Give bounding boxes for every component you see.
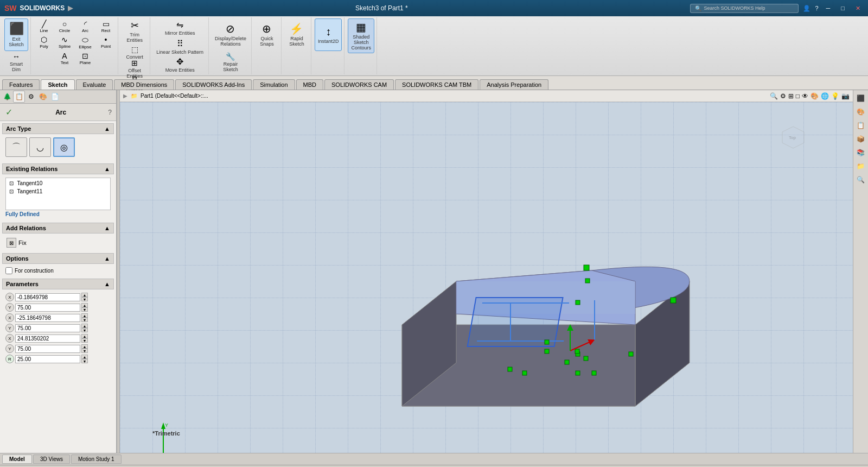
fix-relation-item[interactable]: ⊠ Fix: [5, 237, 111, 249]
exit-sketch-button[interactable]: ⬛ ExitSketch: [4, 18, 28, 51]
search-bar[interactable]: 🔍 Search SOLIDWORKS Help: [690, 4, 799, 13]
param-y2-input[interactable]: [15, 324, 80, 332]
rapid-sketch-button[interactable]: ⚡ RapidSketch: [285, 18, 309, 51]
point-button[interactable]: • Point: [96, 34, 116, 50]
display-style-icon[interactable]: □: [796, 92, 800, 100]
for-construction-row[interactable]: For construction: [5, 267, 111, 274]
existing-relations-header[interactable]: Existing Relations ▲: [2, 163, 114, 174]
model-tab[interactable]: Model: [2, 455, 32, 464]
tab-sketch[interactable]: Sketch: [41, 79, 74, 90]
param-r-down[interactable]: ▼: [81, 359, 88, 363]
design-library-button[interactable]: 📚: [855, 147, 867, 159]
tab-evaluate[interactable]: Evaluate: [76, 79, 113, 90]
custom-props-button[interactable]: 📋: [855, 119, 867, 131]
polygon-button[interactable]: ⬡ Poly: [34, 34, 54, 50]
for-construction-checkbox[interactable]: [5, 267, 12, 274]
confirm-button[interactable]: ✓: [4, 106, 14, 118]
orientation-cube[interactable]: Top: [777, 118, 809, 151]
panel-help-button[interactable]: ?: [108, 109, 112, 116]
custom-props-tab[interactable]: 📄: [49, 91, 61, 103]
canvas-viewport[interactable]: ▶ 📁 Part1 (Default<<Default>::... 🔍 ⚙ ⊞ …: [120, 90, 853, 453]
tab-solidworks-cam[interactable]: SOLIDWORKS CAM: [324, 79, 394, 90]
tab-analysis[interactable]: Analysis Preparation: [480, 79, 548, 90]
motion-study-tab[interactable]: Motion Study 1: [71, 455, 122, 464]
param-x2-up[interactable]: ▲: [81, 313, 88, 318]
arc-type-section-header[interactable]: Arc Type ▲: [2, 123, 114, 134]
search-button[interactable]: 🔍: [855, 174, 867, 186]
move-entities-button[interactable]: ✥ Move Entities: [163, 56, 197, 73]
param-x3-up[interactable]: ▲: [81, 334, 88, 338]
arc-centerpoint-button[interactable]: ◎: [53, 137, 75, 157]
tab-mbd-dimensions[interactable]: MBD Dimensions: [114, 79, 174, 90]
tab-addins[interactable]: SOLIDWORKS Add-Ins: [175, 79, 252, 90]
arc-tangent-button[interactable]: ◡: [29, 137, 51, 157]
shaded-contours-button[interactable]: ▦ ShadedSketchContours: [348, 18, 374, 53]
camera-icon[interactable]: 📷: [841, 92, 850, 100]
smart-dimension-button[interactable]: ↔ SmartDim: [4, 51, 28, 73]
configuration-tab[interactable]: ⚙: [25, 91, 37, 103]
appearance-tab[interactable]: 🎨: [37, 91, 49, 103]
spline-button[interactable]: ∿ Spline: [55, 34, 74, 50]
tab-solidworks-cam-tbm[interactable]: SOLIDWORKS CAM TBM: [395, 79, 478, 90]
view-settings-icon[interactable]: ⚙: [780, 92, 786, 100]
display-delete-button[interactable]: ⊘ Display/DeleteRelations: [212, 18, 249, 51]
instant2d-button[interactable]: ↕ Instant2D: [315, 18, 342, 51]
param-y2-down[interactable]: ▼: [81, 328, 88, 332]
section-view-icon[interactable]: ⊞: [788, 92, 794, 100]
question-icon[interactable]: ?: [815, 5, 818, 11]
param-y1-up[interactable]: ▲: [81, 303, 88, 307]
arc-button[interactable]: ◜ Arc: [75, 18, 95, 34]
param-x2-input[interactable]: [15, 314, 80, 322]
param-y1-input[interactable]: [15, 304, 80, 312]
view-orient-icon[interactable]: 🔍: [770, 92, 778, 100]
canvas-3d-viewport[interactable]: Y X Z *Trimetric Top: [120, 102, 853, 453]
add-relations-header[interactable]: Add Relations ▲: [2, 223, 114, 234]
repair-sketch-button[interactable]: 🔧 RepairSketch: [219, 51, 242, 73]
param-y3-down[interactable]: ▼: [81, 349, 88, 353]
view-palette-button[interactable]: ⬛: [855, 92, 867, 104]
tab-simulation[interactable]: Simulation: [253, 79, 295, 90]
param-y1-down[interactable]: ▼: [81, 307, 88, 312]
text-button[interactable]: A Text: [55, 51, 74, 66]
3d-views-tab[interactable]: 3D Views: [33, 455, 70, 464]
ellipse-button[interactable]: ⬭ Ellipse: [75, 34, 95, 51]
param-x2-down[interactable]: ▼: [81, 318, 88, 322]
hide-show-icon[interactable]: 👁: [802, 92, 808, 100]
realview-icon[interactable]: 💡: [831, 92, 839, 100]
param-x1-down[interactable]: ▼: [81, 297, 88, 301]
param-x1-input[interactable]: [15, 293, 80, 301]
param-x1-up[interactable]: ▲: [81, 293, 88, 297]
rectangle-button[interactable]: ▭ Rect: [96, 18, 116, 34]
quick-snaps-button[interactable]: ⊕ QuickSnaps: [255, 18, 279, 51]
line-button[interactable]: ╱ Line: [34, 18, 54, 34]
user-icon[interactable]: 👤: [803, 5, 810, 12]
appearances-button[interactable]: 🎨: [855, 106, 867, 118]
close-button[interactable]: ✕: [852, 4, 864, 13]
relation-item-tangent10[interactable]: ⊡ Tangent10: [7, 179, 109, 187]
solidworks-resources[interactable]: 📦: [855, 133, 867, 145]
property-manager-tab[interactable]: 📋: [13, 91, 25, 103]
trim-entities-button[interactable]: ✂ TrimEntities: [123, 18, 146, 45]
tab-mbd[interactable]: MBD: [296, 79, 323, 90]
param-r-input[interactable]: [15, 355, 80, 363]
param-x3-down[interactable]: ▼: [81, 338, 88, 343]
param-y3-input[interactable]: [15, 345, 80, 353]
arc-3point-button[interactable]: ⌒: [5, 137, 27, 157]
minimize-button[interactable]: ─: [823, 4, 834, 12]
appearance-icon[interactable]: 🎨: [810, 92, 819, 100]
param-y3-up[interactable]: ▲: [81, 344, 88, 349]
tab-features[interactable]: Features: [2, 79, 40, 90]
options-header[interactable]: Options ▲: [2, 253, 114, 264]
restore-button[interactable]: □: [838, 4, 848, 12]
linear-pattern-button[interactable]: ⠿ Linear Sketch Pattern: [154, 37, 206, 56]
param-x3-input[interactable]: [15, 335, 80, 343]
param-r-up[interactable]: ▲: [81, 355, 88, 359]
mirror-entities-button[interactable]: ⇋ Mirror Entities: [162, 18, 198, 37]
file-explorer-button[interactable]: 📁: [855, 160, 867, 172]
feature-manager-tab[interactable]: 🌲: [1, 91, 13, 103]
circle-button[interactable]: ○ Circle: [55, 18, 74, 34]
parameters-header[interactable]: Parameters ▲: [2, 279, 114, 289]
param-y2-up[interactable]: ▲: [81, 324, 88, 328]
plane-button[interactable]: ⊡ Plane: [75, 51, 95, 66]
scene-icon[interactable]: 🌐: [821, 92, 829, 100]
